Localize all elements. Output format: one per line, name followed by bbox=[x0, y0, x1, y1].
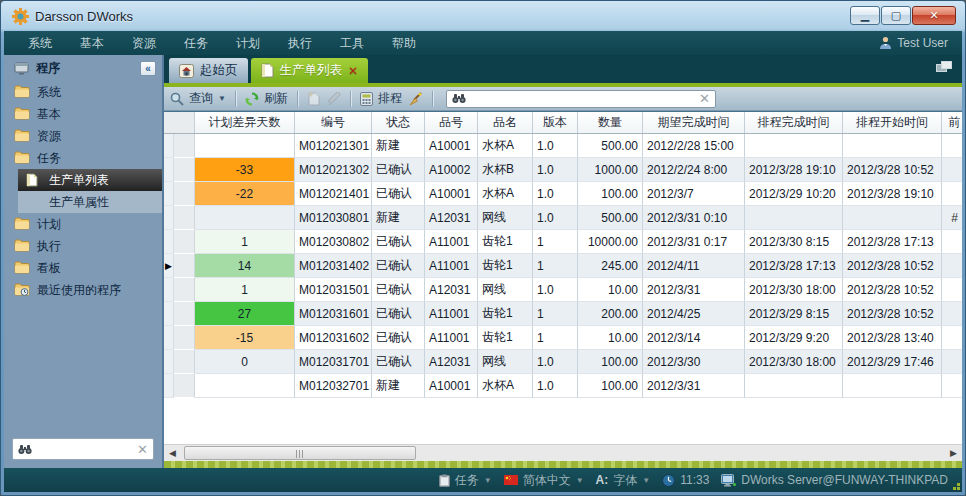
cell-start[interactable]: 2012/3/28 10:52 bbox=[843, 302, 942, 326]
cell-extra[interactable] bbox=[942, 302, 962, 326]
cell-ver[interactable]: 1.0 bbox=[533, 278, 578, 302]
cell-name[interactable]: 齿轮1 bbox=[478, 302, 533, 326]
cell-start[interactable] bbox=[843, 134, 942, 158]
sidebar-search-clear-icon[interactable]: ✕ bbox=[137, 442, 148, 457]
sidebar-item-3[interactable]: 任务 bbox=[4, 147, 162, 169]
table-row[interactable]: -33M012021302已确认A10002水杯B1.01000.002012/… bbox=[164, 158, 962, 182]
cell-pn[interactable]: A12031 bbox=[425, 350, 478, 374]
menu-item-3[interactable]: 任务 bbox=[170, 31, 222, 55]
cell-pn[interactable]: A12031 bbox=[425, 206, 478, 230]
cell-no[interactable]: M012031601 bbox=[295, 302, 372, 326]
sidebar-item-2[interactable]: 资源 bbox=[4, 125, 162, 147]
tab-close-icon[interactable]: ✕ bbox=[348, 64, 358, 78]
cell-ver[interactable]: 1.0 bbox=[533, 206, 578, 230]
table-row[interactable]: ▶14M012031402已确认A11001齿轮11245.002012/4/1… bbox=[164, 254, 962, 278]
cell-expect[interactable]: 2012/4/11 bbox=[643, 254, 745, 278]
cell-end[interactable]: 2012/3/30 18:00 bbox=[745, 278, 843, 302]
cell-extra[interactable]: # bbox=[942, 206, 962, 230]
table-row[interactable]: -22M012021401已确认A10001水杯A1.0100.002012/3… bbox=[164, 182, 962, 206]
table-row[interactable]: 1M012031501已确认A12031网线1.010.002012/3/312… bbox=[164, 278, 962, 302]
cell-no[interactable]: M012030802 bbox=[295, 230, 372, 254]
menu-item-1[interactable]: 基本 bbox=[66, 31, 118, 55]
cell-name[interactable]: 齿轮1 bbox=[478, 326, 533, 350]
cell-ver[interactable]: 1 bbox=[533, 230, 578, 254]
status-language-menu[interactable]: 简体中文 ▼ bbox=[504, 472, 584, 489]
cell-status[interactable]: 已确认 bbox=[372, 326, 425, 350]
cell-no[interactable]: M012032701 bbox=[295, 374, 372, 398]
table-row[interactable]: 0M012031701已确认A12031网线1.0100.002012/3/30… bbox=[164, 350, 962, 374]
cell-status[interactable]: 新建 bbox=[372, 374, 425, 398]
edit-button[interactable] bbox=[327, 92, 341, 106]
cell-expect[interactable]: 2012/3/31 bbox=[643, 278, 745, 302]
column-header-9[interactable]: 排程开始时间 bbox=[843, 112, 942, 133]
cell-pn[interactable]: A12031 bbox=[425, 278, 478, 302]
minimize-button[interactable]: ▁ bbox=[850, 6, 880, 25]
cell-pn[interactable]: A11001 bbox=[425, 326, 478, 350]
cell-qty[interactable]: 500.00 bbox=[578, 134, 643, 158]
toolbar-search-clear-icon[interactable]: ✕ bbox=[699, 91, 710, 106]
cell-extra[interactable] bbox=[942, 158, 962, 182]
cell-end[interactable]: 2012/3/29 9:20 bbox=[745, 326, 843, 350]
cell-diff[interactable] bbox=[195, 206, 295, 230]
row-selector-cell[interactable] bbox=[174, 254, 195, 278]
cell-qty[interactable]: 1000.00 bbox=[578, 158, 643, 182]
column-header-3[interactable]: 品号 bbox=[425, 112, 478, 133]
menu-item-6[interactable]: 工具 bbox=[326, 31, 378, 55]
column-header-2[interactable]: 状态 bbox=[372, 112, 425, 133]
cell-qty[interactable]: 500.00 bbox=[578, 206, 643, 230]
cell-pn[interactable]: A10001 bbox=[425, 134, 478, 158]
language-dropdown-icon[interactable]: ▼ bbox=[576, 476, 584, 485]
row-selector-cell[interactable] bbox=[174, 326, 195, 350]
sidebar-item-9[interactable]: 最近使用的程序 bbox=[4, 279, 162, 301]
cell-end[interactable] bbox=[745, 374, 843, 398]
cell-ver[interactable]: 1.0 bbox=[533, 182, 578, 206]
cell-pn[interactable]: A11001 bbox=[425, 230, 478, 254]
cell-expect[interactable]: 2012/3/31 0:17 bbox=[643, 230, 745, 254]
cell-no[interactable]: M012030801 bbox=[295, 206, 372, 230]
scrollbar-thumb[interactable] bbox=[184, 446, 416, 460]
font-dropdown-icon[interactable]: ▼ bbox=[642, 476, 650, 485]
cell-extra[interactable] bbox=[942, 134, 962, 158]
window-list-icon[interactable] bbox=[936, 61, 952, 73]
cell-diff[interactable]: -15 bbox=[195, 326, 295, 350]
cell-diff[interactable]: -22 bbox=[195, 182, 295, 206]
cell-qty[interactable]: 100.00 bbox=[578, 374, 643, 398]
table-row[interactable]: M012030801新建A12031网线1.0500.002012/3/31 0… bbox=[164, 206, 962, 230]
cell-name[interactable]: 水杯A bbox=[478, 134, 533, 158]
sidebar-search-input[interactable] bbox=[36, 442, 133, 456]
table-row[interactable]: 27M012031601已确认A11001齿轮11200.002012/4/25… bbox=[164, 302, 962, 326]
sidebar-item-4[interactable]: 生产单列表 bbox=[18, 169, 162, 191]
column-header-6[interactable]: 数量 bbox=[578, 112, 643, 133]
row-selector-cell[interactable] bbox=[174, 134, 195, 158]
row-selector-cell[interactable] bbox=[174, 230, 195, 254]
cell-expect[interactable]: 2012/3/14 bbox=[643, 326, 745, 350]
cell-start[interactable]: 2012/3/28 10:52 bbox=[843, 158, 942, 182]
row-selector-cell[interactable] bbox=[174, 206, 195, 230]
cell-extra[interactable] bbox=[942, 326, 962, 350]
column-header-0[interactable]: 计划差异天数 bbox=[195, 112, 295, 133]
column-header-8[interactable]: 排程完成时间 bbox=[745, 112, 843, 133]
cell-start[interactable]: 2012/3/28 17:13 bbox=[843, 230, 942, 254]
cell-name[interactable]: 齿轮1 bbox=[478, 230, 533, 254]
cell-ver[interactable]: 1.0 bbox=[533, 374, 578, 398]
cell-diff[interactable]: 0 bbox=[195, 350, 295, 374]
cell-status[interactable]: 已确认 bbox=[372, 254, 425, 278]
cell-extra[interactable] bbox=[942, 254, 962, 278]
cell-end[interactable] bbox=[745, 206, 843, 230]
cell-start[interactable]: 2012/3/28 10:52 bbox=[843, 278, 942, 302]
row-selector-cell[interactable] bbox=[174, 182, 195, 206]
cell-status[interactable]: 已确认 bbox=[372, 182, 425, 206]
row-selector-cell[interactable] bbox=[174, 302, 195, 326]
tab-production-orders[interactable]: 生产单列表 ✕ bbox=[251, 58, 369, 83]
sidebar-item-7[interactable]: 执行 bbox=[4, 235, 162, 257]
cell-extra[interactable] bbox=[942, 278, 962, 302]
cell-expect[interactable]: 2012/3/31 bbox=[643, 374, 745, 398]
cell-extra[interactable] bbox=[942, 374, 962, 398]
cell-status[interactable]: 已确认 bbox=[372, 278, 425, 302]
query-button[interactable]: 查询 ▼ bbox=[170, 90, 226, 107]
cell-start[interactable]: 2012/3/28 13:40 bbox=[843, 326, 942, 350]
cell-expect[interactable]: 2012/4/25 bbox=[643, 302, 745, 326]
cell-ver[interactable]: 1 bbox=[533, 302, 578, 326]
cell-status[interactable]: 新建 bbox=[372, 206, 425, 230]
scroll-right-icon[interactable]: ▶ bbox=[945, 445, 962, 461]
